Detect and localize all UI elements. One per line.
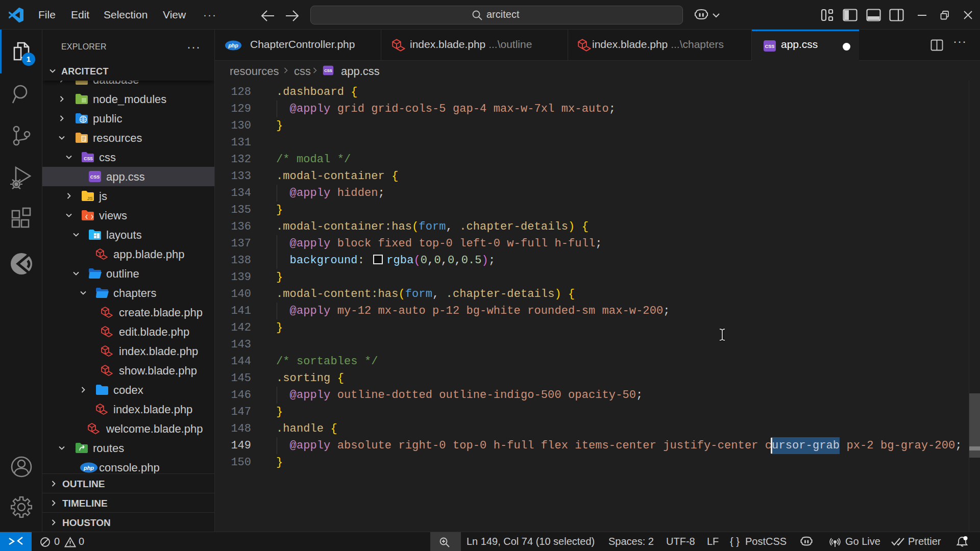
svg-text:CSS: CSS (765, 44, 775, 49)
svg-text:php: php (83, 465, 94, 471)
svg-text:CSS: CSS (324, 68, 332, 73)
svg-text:CSS: CSS (90, 174, 100, 180)
svg-text:JS: JS (87, 196, 92, 201)
svg-text:php: php (228, 42, 238, 48)
svg-text:CSS: CSS (84, 156, 93, 161)
